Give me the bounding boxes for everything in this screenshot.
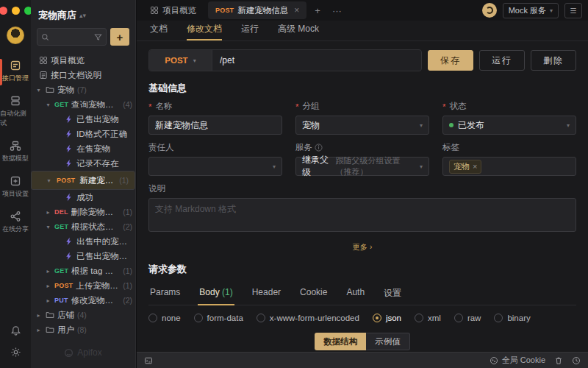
console-icon[interactable] [144,356,153,365]
tree-item-label: 上传宠物图片 [76,280,120,291]
example-value-toggle[interactable]: 示例值 [366,333,410,350]
rail-item-2[interactable]: 自动化测试 [0,90,31,135]
rail-item-4[interactable]: 项目设置 [0,170,31,205]
tree-item[interactable]: ID格式不正确 [31,127,135,141]
rail-item-1[interactable]: 接口管理 [0,54,31,90]
tag-chip[interactable]: 宠物× [449,160,481,174]
params-tab-Cookie[interactable]: Cookie [298,282,329,305]
owner-select[interactable]: ▾ [148,157,282,176]
body-type-form-data[interactable]: form-data [194,314,243,322]
tree-item[interactable]: ▾宠物(7) [31,82,135,97]
close-window-button[interactable] [0,7,7,15]
description-textarea[interactable] [148,198,576,232]
tags-input[interactable]: 宠物× [442,157,576,176]
params-tab-Params[interactable]: Params [148,282,182,305]
tab-active-endpoint[interactable]: POST 新建宠物信息 × [208,1,306,19]
tree-item[interactable]: 已售出宠物列表 [31,249,135,263]
body-type-none[interactable]: none [148,314,181,322]
tree-item[interactable]: ▸DEL删除宠物信息(1) [31,205,135,219]
tree-item[interactable]: ▸POST上传宠物图片(1) [31,278,135,293]
minimize-window-button[interactable] [12,7,20,15]
method-select[interactable]: POST▾ [149,50,212,71]
tree-item[interactable]: ▾GET根据状态查找宠物列表(2) [31,219,135,234]
path-input[interactable] [212,50,421,71]
caret-icon[interactable]: ▸ [45,268,51,275]
history-clock-icon[interactable] [572,356,581,365]
doc-tab-文档[interactable]: 文档 [150,23,168,40]
trash-icon[interactable] [554,356,563,365]
mock-service-select[interactable]: Mock 服务▾ [503,3,559,18]
tree-item-label: 查询宠物详情 [71,99,120,110]
close-tab-icon[interactable]: × [294,5,299,15]
body-type-xml[interactable]: xml [415,314,441,322]
tree-item[interactable]: 成功 [31,190,135,205]
tree-item[interactable]: 记录不存在 [31,156,135,171]
caret-icon[interactable]: ▾ [45,224,51,230]
rail-item-3[interactable]: 数据模型 [0,135,31,170]
delete-button[interactable]: 删除 [531,50,576,71]
params-tab-Body[interactable]: Body (1) [198,282,234,305]
caret-icon[interactable]: ▸ [35,327,42,333]
body-type-binary[interactable]: binary [494,314,530,322]
params-tab-设置[interactable]: 设置 [382,282,403,305]
run-button[interactable]: 运行 [479,50,525,71]
tree-item[interactable]: ▾POST新建宠物信息(1) [31,171,135,190]
doc-icon [38,71,48,79]
body-type-raw[interactable]: raw [454,314,481,322]
tab-project-overview[interactable]: 项目概览 [143,0,204,21]
add-api-button[interactable]: + [110,28,129,46]
user-avatar[interactable] [7,26,24,44]
caret-icon[interactable]: ▾ [46,177,52,184]
status-select[interactable]: 已发布▾ [442,116,576,135]
params-tab-Auth[interactable]: Auth [345,282,366,305]
doc-tab-运行[interactable]: 运行 [241,23,259,40]
doc-tab-高级 Mock[interactable]: 高级 Mock [278,23,319,40]
new-tab-button[interactable]: + [311,5,324,16]
tree-item[interactable]: ▸店铺(4) [31,308,135,322]
doc-tab-修改文档[interactable]: 修改文档 [187,23,222,40]
global-cookie-button[interactable]: 全局 Cookie [490,355,545,366]
tree-item[interactable]: 已售出宠物 [31,112,135,127]
tree-item[interactable]: 出售中的宠物列表 [31,234,135,249]
tree-item[interactable]: 在售宠物 [31,141,135,156]
caret-icon[interactable]: ▸ [45,283,51,289]
radio-icon [415,314,423,322]
api-tree: 项目概览接口文档说明▾宠物(7)▾GET查询宠物详情(4)已售出宠物ID格式不正… [31,52,135,340]
more-link[interactable]: 更多 › [148,241,576,252]
group-select[interactable]: 宠物▾ [295,116,429,135]
save-button[interactable]: 保存 [428,50,473,71]
service-select[interactable]: 继承父级跟随父级分组设置（推荐）▾ [295,157,429,176]
item-count: (1) [123,208,132,216]
tree-item[interactable]: ▸GET根据 tag 查找宠物列表(1) [31,263,135,278]
help-badge-icon[interactable] [482,3,497,18]
method-badge: PUT [54,297,68,304]
data-structure-toggle[interactable]: 数据结构 [315,333,366,350]
item-count: (2) [123,296,132,305]
caret-icon[interactable]: ▸ [45,209,51,216]
tree-item[interactable]: ▸PUT修改宠物信息(2) [31,293,135,308]
gear-icon[interactable] [10,347,21,358]
window-controls [0,7,32,15]
caret-icon[interactable]: ▸ [45,297,51,304]
project-switcher[interactable]: 宠物商店 ▴▾ [31,0,135,28]
body-type-x-www-form-urlencoded[interactable]: x-www-form-urlencoded [257,314,359,322]
search-input[interactable] [37,28,107,46]
tree-item[interactable]: ▸用户(8) [31,322,135,337]
bell-icon[interactable] [10,325,21,336]
caret-icon[interactable]: ▸ [35,312,42,319]
tab-overflow-button[interactable]: ··· [329,5,345,16]
sidebar-nav-item[interactable]: 项目概览 [31,53,135,68]
caret-icon[interactable]: ▾ [35,87,42,93]
body-type-json[interactable]: json [373,314,401,322]
sidebar-nav-item[interactable]: 接口文档说明 [31,68,135,82]
menu-button[interactable]: ☰ [564,3,582,18]
folder-icon [45,325,54,334]
rail-item-5[interactable]: 在线分享 [0,205,31,241]
caret-icon[interactable]: ▾ [45,102,51,108]
remove-tag-icon[interactable]: × [473,162,477,171]
name-input[interactable] [155,120,276,130]
params-tab-Header[interactable]: Header [251,282,282,305]
request-params-title: 请求参数 [148,263,576,276]
tree-item[interactable]: ▾GET查询宠物详情(4) [31,97,135,112]
filter-icon[interactable] [94,33,102,41]
